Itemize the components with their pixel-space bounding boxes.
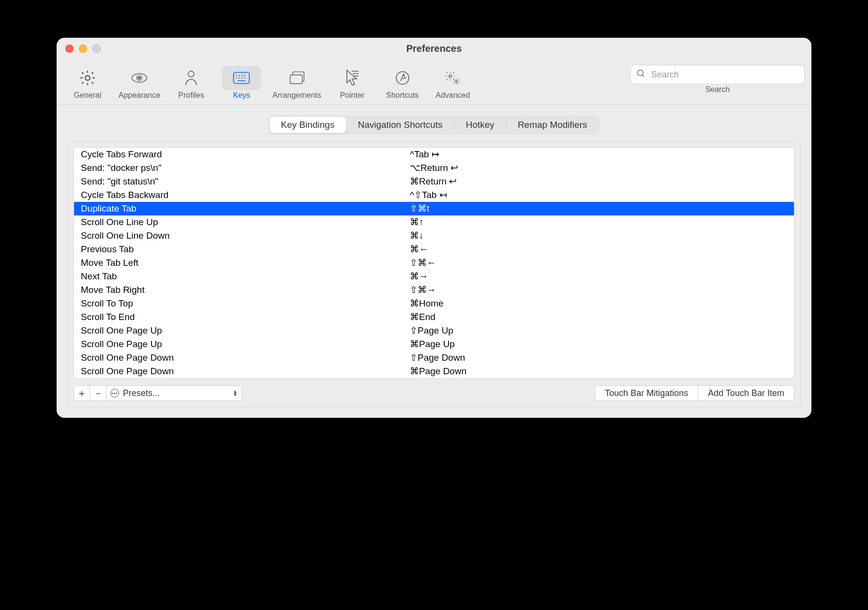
table-row[interactable]: Move Tab Right⇧⌘→ — [74, 283, 794, 297]
window-title: Preferences — [406, 43, 462, 54]
table-row[interactable]: Scroll To End⌘End — [74, 310, 794, 324]
shortcuts-icon — [394, 69, 411, 87]
window-controls — [65, 45, 101, 53]
binding-shortcut: ⇧⌘← — [410, 256, 787, 270]
toolbar-item-arrangements[interactable]: Arrangements — [268, 64, 326, 102]
binding-shortcut: ⌘← — [410, 243, 787, 256]
table-row[interactable]: Scroll One Page Down⌘Page Down — [74, 365, 794, 378]
svg-point-4 — [188, 71, 194, 77]
profile-icon — [182, 69, 200, 87]
binding-action: Scroll To End — [81, 310, 410, 324]
binding-shortcut: ⌘End — [410, 310, 787, 324]
windows-icon — [288, 69, 306, 87]
table-row[interactable]: Duplicate Tab⇧⌘t — [74, 202, 794, 215]
minimize-window-button[interactable] — [79, 45, 87, 53]
search-input[interactable] — [630, 65, 805, 84]
binding-action: Previous Tab — [81, 243, 410, 256]
toolbar-items: GeneralAppearanceProfilesKeysArrangement… — [63, 64, 477, 102]
touch-bar-mitigations-button[interactable]: Touch Bar Mitigations — [595, 385, 698, 401]
toolbar-item-general[interactable]: General — [63, 64, 112, 102]
table-row[interactable]: Scroll One Page Down⇧Page Down — [74, 351, 794, 365]
presets-label: Presets... — [123, 388, 160, 398]
keyboard-icon — [233, 69, 250, 87]
tab-navigation-shortcuts[interactable]: Navigation Shortcuts — [346, 117, 454, 133]
binding-action: Cycle Tabs Backward — [81, 188, 410, 202]
binding-action: Scroll One Page Up — [81, 324, 410, 337]
toolbar: GeneralAppearanceProfilesKeysArrangement… — [57, 59, 811, 105]
toolbar-item-label: General — [74, 91, 102, 100]
table-row[interactable]: Next Tab⌘→ — [74, 270, 794, 283]
add-touch-bar-item-button[interactable]: Add Touch Bar Item — [698, 385, 794, 401]
svg-point-19 — [396, 72, 409, 84]
tab-key-bindings[interactable]: Key Bindings — [269, 117, 346, 133]
binding-action: Cycle Tabs Forward — [81, 148, 410, 161]
binding-shortcut: ⌥Return ↩ — [410, 161, 787, 175]
toolbar-item-keys[interactable]: Keys — [217, 64, 266, 102]
binding-action: Scroll One Page Down — [81, 351, 410, 365]
zoom-window-button[interactable] — [92, 45, 101, 53]
table-row[interactable]: Send: "docker ps\n"⌥Return ↩ — [74, 161, 794, 175]
table-row[interactable]: Scroll One Page Up⌘Page Up — [74, 337, 794, 351]
preferences-window: Preferences GeneralAppearanceProfilesKey… — [57, 38, 811, 418]
toolbar-item-label: Appearance — [119, 91, 160, 100]
binding-shortcut: ⇧Page Up — [410, 324, 787, 337]
search-caption: Search — [705, 85, 730, 94]
svg-point-21 — [455, 80, 457, 82]
binding-action: Scroll To Top — [81, 297, 410, 310]
toolbar-item-label: Profiles — [179, 91, 204, 100]
svg-point-0 — [85, 76, 90, 80]
eye-icon — [131, 69, 148, 87]
sub-tab-bar: Key BindingsNavigation ShortcutsHotkeyRe… — [269, 116, 600, 134]
table-row[interactable]: Cycle Tabs Forward^Tab ↦ — [74, 148, 794, 161]
table-row[interactable]: Scroll To Top⌘Home — [74, 297, 794, 310]
add-button[interactable]: ＋ — [74, 385, 90, 401]
table-row[interactable]: Cycle Tabs Backward^⇧Tab ↤ — [74, 188, 794, 202]
svg-point-22 — [638, 70, 644, 76]
table-row[interactable]: Scroll One Page Up⇧Page Up — [74, 324, 794, 337]
presets-dropdown[interactable]: ••• Presets... ▴▾ — [106, 385, 242, 401]
toolbar-item-appearance[interactable]: Appearance — [114, 64, 165, 102]
binding-action: Next Tab — [81, 270, 410, 283]
svg-point-3 — [138, 77, 141, 79]
binding-shortcut: ⌘↓ — [410, 229, 787, 243]
toolbar-item-label: Advanced — [435, 91, 470, 100]
close-window-button[interactable] — [65, 45, 74, 53]
table-row[interactable]: Previous Tab⌘← — [74, 243, 794, 256]
search-icon — [636, 69, 646, 80]
binding-shortcut: ⇧⌘→ — [410, 283, 787, 297]
ellipsis-icon: ••• — [110, 389, 119, 397]
toolbar-item-advanced[interactable]: Advanced — [429, 64, 477, 102]
remove-button[interactable]: － — [90, 385, 106, 401]
advanced-gears-icon — [444, 69, 462, 87]
content: Key BindingsNavigation ShortcutsHotkeyRe… — [57, 105, 811, 418]
toolbar-item-label: Shortcuts — [386, 91, 419, 100]
toolbar-item-label: Keys — [233, 91, 251, 100]
binding-action: Move Tab Right — [81, 283, 410, 297]
binding-shortcut: ⇧Page Down — [410, 351, 787, 365]
binding-shortcut: ⌘↑ — [410, 215, 787, 229]
title-bar: Preferences — [57, 38, 811, 59]
gear-icon — [79, 69, 96, 87]
add-remove-group: ＋ － ••• Presets... ▴▾ — [74, 385, 242, 401]
binding-action: Scroll One Page Up — [81, 337, 410, 351]
tab-hotkey[interactable]: Hotkey — [454, 117, 506, 133]
binding-shortcut: ⌘→ — [410, 270, 787, 283]
toolbar-item-pointer[interactable]: Pointer — [328, 64, 376, 102]
table-row[interactable]: Send: "git status\n"⌘Return ↩ — [74, 175, 794, 188]
key-bindings-table[interactable]: Cycle Tabs Forward^Tab ↦Send: "docker ps… — [74, 147, 794, 379]
toolbar-item-profiles[interactable]: Profiles — [167, 64, 215, 102]
binding-action: Move Tab Left — [81, 256, 410, 270]
binding-shortcut: ⌘Home — [410, 297, 787, 310]
binding-shortcut: ^Tab ↦ — [410, 148, 787, 161]
panel-footer: ＋ － ••• Presets... ▴▾ Touch Bar Mitigati… — [74, 385, 794, 401]
toolbar-item-label: Pointer — [340, 91, 364, 100]
binding-action: Send: "docker ps\n" — [81, 161, 410, 175]
table-row[interactable]: Move Tab Left⇧⌘← — [74, 256, 794, 270]
table-row[interactable]: Scroll One Line Up⌘↑ — [74, 215, 794, 229]
toolbar-item-label: Arrangements — [272, 91, 321, 100]
svg-line-23 — [643, 75, 644, 77]
toolbar-item-shortcuts[interactable]: Shortcuts — [378, 64, 427, 102]
table-row[interactable]: Scroll One Line Down⌘↓ — [74, 229, 794, 243]
tab-remap-modifiers[interactable]: Remap Modifiers — [506, 117, 599, 133]
binding-action: Scroll One Page Down — [81, 365, 410, 378]
